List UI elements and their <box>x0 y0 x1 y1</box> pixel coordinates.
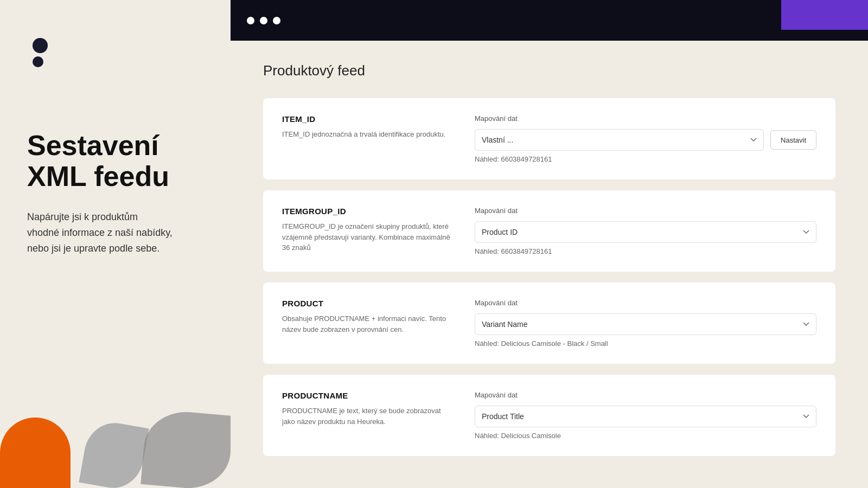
main-title: Sestavení XML feedu <box>27 130 214 192</box>
nastavit-button-0[interactable]: Nastavit <box>770 130 816 150</box>
mapping-label-0: Mapování dat <box>475 114 816 123</box>
top-bar <box>231 0 868 41</box>
shape-orange <box>0 418 71 488</box>
select-row-2: Vlastní ...Product IDVariant NameProduct… <box>475 313 816 335</box>
feed-card-left-0: ITEM_IDITEM_ID jednoznačná a trvalá iden… <box>282 114 453 140</box>
top-bar-dot-1 <box>247 17 254 24</box>
left-content: Sestavení XML feedu Napárujte jsi k prod… <box>27 130 214 256</box>
preview-text-0: Náhled: 6603849728161 <box>475 155 816 163</box>
field-desc-0: ITEM_ID jednoznačná a trvalá identifikac… <box>282 129 453 140</box>
logo-dot-1 <box>33 38 48 53</box>
feed-card-item_id: ITEM_IDITEM_ID jednoznačná a trvalá iden… <box>263 98 835 179</box>
feed-cards-container: ITEM_IDITEM_ID jednoznačná a trvalá iden… <box>263 98 835 456</box>
mapping-select-2[interactable]: Vlastní ...Product IDVariant NameProduct… <box>475 313 816 335</box>
field-desc-1: ITEMGROUP_ID je označení skupiny produkt… <box>282 221 453 253</box>
feed-card-left-2: PRODUCTObsahuje PRODUCTNAME + informaci … <box>282 299 453 335</box>
purple-accent <box>781 0 868 30</box>
select-row-3: Vlastní ...Product IDVariant NameProduct… <box>475 406 816 427</box>
mapping-select-3[interactable]: Vlastní ...Product IDVariant NameProduct… <box>475 406 816 427</box>
mapping-select-1[interactable]: Vlastní ...Product IDVariant NameProduct… <box>475 221 816 243</box>
select-row-1: Vlastní ...Product IDVariant NameProduct… <box>475 221 816 243</box>
mapping-select-0[interactable]: Vlastní ...Product IDVariant NameProduct… <box>475 129 764 151</box>
shape-gray-leaf <box>79 418 149 488</box>
top-bar-dots <box>247 17 280 24</box>
feed-card-left-1: ITEMGROUP_IDITEMGROUP_ID je označení sku… <box>282 207 453 253</box>
feed-card-right-3: Mapování datVlastní ...Product IDVariant… <box>475 391 816 440</box>
mapping-label-3: Mapování dat <box>475 391 816 399</box>
field-desc-3: PRODUCTNAME je text, který se bude zobra… <box>282 406 453 427</box>
top-bar-dot-3 <box>273 17 280 24</box>
mapping-label-1: Mapování dat <box>475 207 816 215</box>
field-name-0: ITEM_ID <box>282 114 453 124</box>
preview-text-2: Náhled: Delicious Camisole - Black / Sma… <box>475 339 816 348</box>
feed-card-right-2: Mapování datVlastní ...Product IDVariant… <box>475 299 816 348</box>
field-name-3: PRODUCTNAME <box>282 391 453 400</box>
field-name-2: PRODUCT <box>282 299 453 308</box>
logo <box>33 38 48 67</box>
subtitle: Napárujte jsi k produktům vhodné informa… <box>27 209 214 256</box>
field-name-1: ITEMGROUP_ID <box>282 207 453 216</box>
feed-card-itemgroup_id: ITEMGROUP_IDITEMGROUP_ID je označení sku… <box>263 190 835 272</box>
feed-card-right-1: Mapování datVlastní ...Product IDVariant… <box>475 207 816 255</box>
feed-card-productname: PRODUCTNAMEPRODUCTNAME je text, který se… <box>263 375 835 456</box>
feed-card-right-0: Mapování datVlastní ...Product IDVariant… <box>475 114 816 163</box>
select-row-0: Vlastní ...Product IDVariant NameProduct… <box>475 129 816 151</box>
feed-card-product: PRODUCTObsahuje PRODUCTNAME + informaci … <box>263 282 835 364</box>
feed-card-left-3: PRODUCTNAMEPRODUCTNAME je text, který se… <box>282 391 453 427</box>
left-panel: Sestavení XML feedu Napárujte jsi k prod… <box>0 0 231 488</box>
shape-dark-leaf <box>141 408 231 488</box>
mapping-label-2: Mapování dat <box>475 299 816 307</box>
content-area: Produktový feed ITEM_IDITEM_ID jednoznač… <box>231 41 868 488</box>
field-desc-2: Obsahuje PRODUCTNAME + informaci navíc. … <box>282 313 453 335</box>
preview-text-3: Náhled: Delicious Camisole <box>475 432 816 440</box>
top-bar-dot-2 <box>260 17 267 24</box>
page-title: Produktový feed <box>263 62 835 79</box>
preview-text-1: Náhled: 6603849728161 <box>475 247 816 255</box>
right-panel: Produktový feed ITEM_IDITEM_ID jednoznač… <box>231 0 868 488</box>
logo-dot-2 <box>33 56 43 67</box>
